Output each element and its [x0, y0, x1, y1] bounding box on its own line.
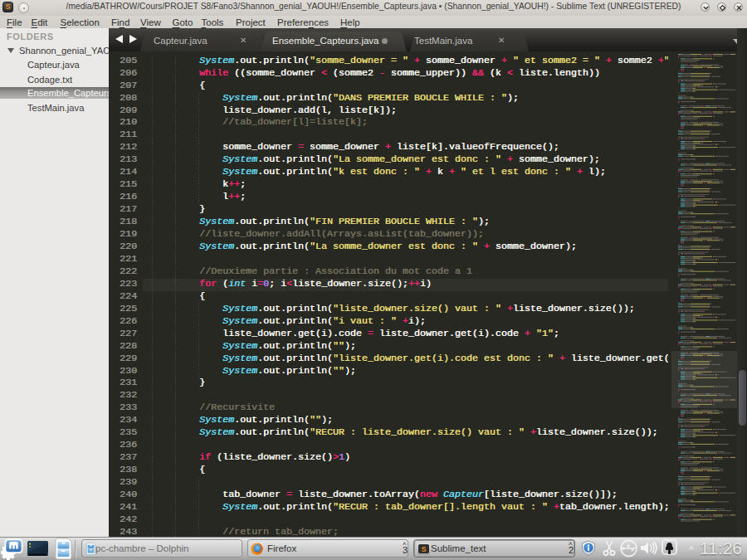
- svg-text:S: S: [421, 545, 426, 553]
